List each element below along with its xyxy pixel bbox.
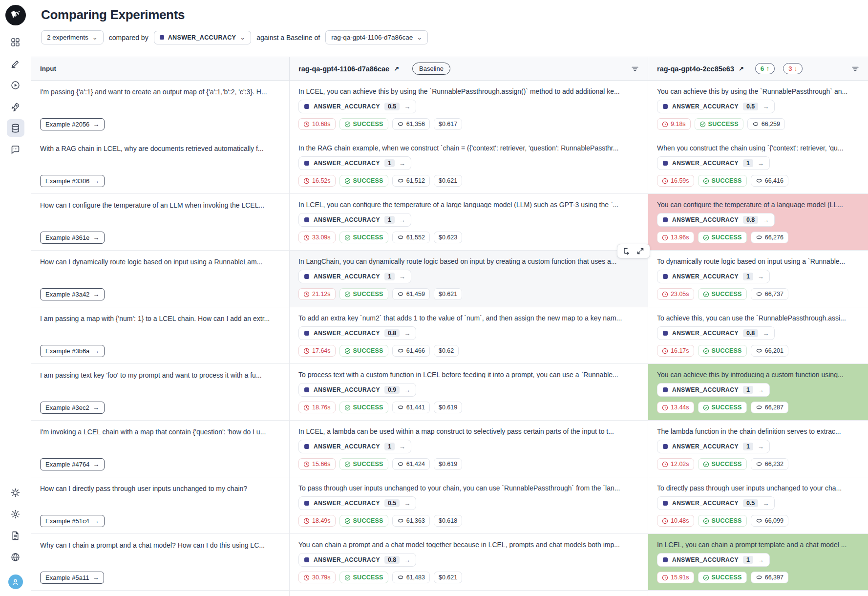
cost-pill[interactable]: $0.617 [434,118,462,130]
token-count-pill[interactable]: 66,287 [751,402,788,413]
token-count-pill[interactable]: 66,259 [747,118,785,130]
sidebar-item-rocket[interactable] [7,98,24,115]
theme-toggle-sun-icon[interactable] [7,484,24,501]
token-count-pill[interactable]: 66,397 [751,572,788,583]
status-badge[interactable]: SUCCESS [339,572,388,583]
token-count-pill[interactable]: 66,232 [751,458,788,470]
status-badge[interactable]: SUCCESS [698,402,747,413]
answer-accuracy-badge[interactable]: ANSWER_ACCURACY1→ [298,156,411,170]
token-count-pill[interactable]: 61,483 [392,572,430,583]
baseline-output-cell[interactable]: To add an extra key `num2` that adds 1 t… [289,307,648,363]
trace-icon[interactable] [623,247,631,255]
example-link[interactable]: Example #3ec2 → [40,402,105,414]
token-count-pill[interactable]: 61,459 [392,288,430,300]
latency-pill[interactable]: 10.48s [657,515,694,527]
latency-pill[interactable]: 16.52s [298,175,336,187]
input-cell[interactable]: How can I configure the temperature of a… [31,194,289,250]
cost-pill[interactable]: $0.619 [434,458,462,470]
answer-accuracy-badge[interactable]: ANSWER_ACCURACY0.8→ [298,553,416,567]
website-globe-icon[interactable] [7,548,24,566]
token-count-pill[interactable]: 66,416 [751,175,788,187]
input-cell[interactable]: Why can I chain a prompt and a chat mode… [31,534,289,590]
input-cell[interactable]: I am passing text key 'foo' to my prompt… [31,364,289,420]
comparison-output-cell[interactable]: When you construct the chain using `{'co… [648,137,868,193]
token-count-pill[interactable]: 66,099 [751,515,788,527]
baseline-output-cell[interactable]: To process text with a custom function i… [289,364,648,420]
status-badge[interactable]: SUCCESS [698,345,747,357]
latency-pill[interactable]: 15.66s [298,458,336,470]
baseline-output-cell[interactable]: In LangChain, you can dynamically route … [289,251,648,307]
sidebar-item-edit[interactable] [7,55,24,72]
token-count-pill[interactable]: 66,737 [751,288,788,300]
latency-pill[interactable]: 12.02s [657,458,694,470]
answer-accuracy-badge[interactable]: ANSWER_ACCURACY1→ [298,270,411,283]
example-link[interactable]: Example #5a11 → [40,572,104,584]
comparison-output-cell[interactable]: You can achieve this by introducing a cu… [648,364,868,420]
status-badge[interactable]: SUCCESS [339,175,388,187]
cost-pill[interactable]: $0.623 [434,232,462,243]
user-avatar[interactable] [8,575,23,589]
cost-pill[interactable]: $0.619 [434,402,462,413]
status-badge[interactable]: SUCCESS [339,458,388,470]
token-count-pill[interactable]: 61,356 [392,118,430,130]
latency-pill[interactable]: 30.79s [298,572,336,583]
cost-pill[interactable]: $0.621 [434,572,462,583]
example-link[interactable]: Example #3a42 → [40,288,105,300]
input-cell[interactable]: How can I directly pass through user inp… [31,477,289,533]
example-link[interactable]: Example #361e → [40,232,105,244]
sidebar-item-datasets[interactable] [7,119,24,137]
status-badge[interactable]: SUCCESS [698,288,747,300]
filter-icon[interactable] [631,65,639,73]
latency-pill[interactable]: 33.09s [298,232,336,243]
comparison-output-cell[interactable]: The lambda function in the chain definit… [648,421,868,477]
status-badge[interactable]: SUCCESS [339,118,388,130]
latency-pill[interactable]: 21.12s [298,288,336,300]
experiment-name[interactable]: rag-qa-gpt4o-2cc85e63 [657,65,734,73]
baseline-output-cell[interactable]: In LCEL, you can configure the temperatu… [289,194,648,250]
baseline-output-cell[interactable]: In LCEL, you can achieve this by using t… [289,81,648,137]
cost-pill[interactable]: $0.621 [434,175,462,187]
status-badge[interactable]: SUCCESS [339,232,388,243]
latency-pill[interactable]: 13.44s [657,402,694,413]
baseline-output-cell[interactable]: You can chain a prompt and a chat model … [289,534,648,590]
token-count-pill[interactable]: 61,552 [392,232,430,243]
input-cell[interactable]: With a RAG chain in LCEL, why are docume… [31,137,289,193]
answer-accuracy-badge[interactable]: ANSWER_ACCURACY1→ [657,270,770,283]
latency-pill[interactable]: 9.18s [657,118,691,130]
answer-accuracy-badge[interactable]: ANSWER_ACCURACY0.5→ [657,496,775,510]
answer-accuracy-badge[interactable]: ANSWER_ACCURACY1→ [298,213,411,227]
cost-pill[interactable]: $0.62 [434,345,459,357]
answer-accuracy-badge[interactable]: ANSWER_ACCURACY1→ [298,440,411,453]
improved-count-badge[interactable]: 6 ↑ [755,63,775,74]
baseline-output-cell[interactable]: In the RAG chain example, when we constr… [289,137,648,193]
example-link[interactable]: Example #3b6a → [40,345,105,357]
comparison-output-cell[interactable]: In LCEL, you can chain a prompt template… [648,534,868,590]
experiment-name[interactable]: rag-qa-gpt4-1106-d7a86cae [298,65,389,73]
answer-accuracy-badge[interactable]: ANSWER_ACCURACY1→ [657,156,770,170]
latency-pill[interactable]: 18.76s [298,402,336,413]
input-cell[interactable]: I'm passing {'a':1} and want to create a… [31,81,289,137]
regressed-count-badge[interactable]: 3 ↓ [783,63,803,74]
latency-pill[interactable]: 16.59s [657,175,694,187]
latency-pill[interactable]: 15.91s [657,572,694,583]
answer-accuracy-badge[interactable]: ANSWER_ACCURACY0.5→ [298,496,416,510]
example-link[interactable]: Example #3306 → [40,175,105,187]
latency-pill[interactable]: 17.64s [298,345,336,357]
filter-icon[interactable] [851,65,859,73]
cost-pill[interactable]: $0.621 [434,288,462,300]
status-badge[interactable]: SUCCESS [339,402,388,413]
token-count-pill[interactable]: 61,441 [392,402,430,413]
expand-icon[interactable] [636,247,644,255]
latency-pill[interactable]: 13.96s [657,232,694,243]
answer-accuracy-badge[interactable]: ANSWER_ACCURACY0.8→ [298,326,416,340]
token-count-pill[interactable]: 61,512 [392,175,430,187]
baseline-output-cell[interactable]: In LCEL, a lambda can be used within a m… [289,421,648,477]
answer-accuracy-badge[interactable]: ANSWER_ACCURACY1→ [657,383,770,397]
comparison-output-cell[interactable]: To achieve this, you can use the `Runnab… [648,307,868,363]
token-count-pill[interactable]: 61,424 [392,458,430,470]
token-count-pill[interactable]: 66,201 [751,345,788,357]
sidebar-item-support-chat[interactable] [7,141,24,158]
status-badge[interactable]: SUCCESS [695,118,743,130]
example-link[interactable]: Example #2056 → [40,118,105,130]
answer-accuracy-badge[interactable]: ANSWER_ACCURACY0.9→ [298,383,416,397]
